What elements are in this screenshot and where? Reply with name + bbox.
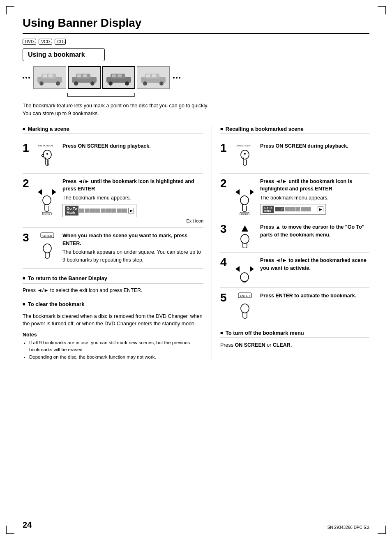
notes-section: Notes If all 9 bookmarks are in use, you… bbox=[23, 332, 203, 361]
clear-text: The bookmark is cleared when a disc is r… bbox=[23, 313, 203, 328]
step-1-bold: Press ON SCREEN during playback. bbox=[62, 143, 151, 149]
svg-rect-22 bbox=[146, 74, 150, 77]
exit-icon-2: ▶ bbox=[318, 206, 323, 212]
return-heading: To return to the Banner Display bbox=[23, 275, 203, 283]
vcd-icon: VCD bbox=[39, 39, 52, 45]
corner-mark-tr bbox=[378, 6, 386, 14]
recalling-heading: Recalling a bookmarked scene bbox=[220, 126, 369, 134]
return-text: Press ◄/► to select the exit icon and pr… bbox=[23, 287, 203, 294]
filmstrip bbox=[23, 66, 369, 89]
svg-point-15 bbox=[125, 81, 129, 86]
svg-point-44 bbox=[241, 234, 249, 243]
step-number-1: 1 bbox=[23, 142, 32, 154]
svg-text:ON SCREEN: ON SCREEN bbox=[38, 144, 53, 147]
svg-marker-27 bbox=[38, 189, 42, 195]
svg-point-3 bbox=[56, 81, 60, 86]
recall-step-5-content: Press ENTER to activate the bookmark. bbox=[260, 292, 369, 300]
page-title: Using Banner Display bbox=[23, 16, 369, 34]
page-number: 24 bbox=[23, 520, 32, 530]
corner-mark-bl bbox=[6, 526, 14, 534]
svg-point-2 bbox=[39, 81, 44, 86]
corner-mark-br bbox=[378, 526, 386, 534]
recall-step-number-3: 3 bbox=[220, 223, 229, 235]
doc-number: SN 29343266 DPC-5.2 bbox=[327, 525, 369, 530]
recall-step-1-bold: Press ON SCREEN during playback. bbox=[260, 143, 348, 149]
on-screen-hand-icon-1: ON SCREEN bbox=[37, 142, 57, 169]
recall-lr-arrows-hand-icon: ENTER bbox=[233, 178, 256, 215]
step-3-content: When you reach the scene you want to mar… bbox=[62, 232, 203, 264]
svg-marker-46 bbox=[250, 266, 254, 272]
step-number-2: 2 bbox=[23, 178, 32, 189]
clear-section: To clear the bookmark The bookmark is cl… bbox=[23, 301, 203, 328]
bm-slots bbox=[79, 209, 127, 213]
recall-step-1-content: Press ON SCREEN during playback. bbox=[260, 142, 369, 150]
marking-step-2: 2 ENTER Pres bbox=[23, 174, 203, 228]
enter-hand-icon: ENTER bbox=[37, 232, 57, 259]
dvd-icon: DVD bbox=[23, 39, 36, 45]
svg-rect-5 bbox=[48, 74, 53, 77]
recall-step-number-1: 1 bbox=[220, 142, 229, 154]
step-2-icon: ENTER bbox=[36, 178, 58, 215]
bookmark-description: The bookmark feature lets you mark a poi… bbox=[23, 102, 212, 118]
svg-point-26 bbox=[46, 153, 48, 155]
svg-point-47 bbox=[240, 273, 249, 282]
bm-check-1: ✓ bbox=[280, 207, 284, 211]
svg-point-34 bbox=[43, 244, 51, 253]
svg-point-14 bbox=[108, 81, 113, 86]
recall-step-number-4: 4 bbox=[220, 257, 229, 268]
svg-marker-39 bbox=[250, 189, 254, 195]
bm-slots-2: ✓ bbox=[275, 207, 311, 211]
svg-marker-45 bbox=[235, 266, 240, 272]
svg-point-9 bbox=[90, 81, 95, 86]
note-item-1: If all 9 bookmarks are in use, you can s… bbox=[29, 339, 203, 354]
recall-enter-hand-icon: ENTER bbox=[235, 292, 255, 319]
bookmark-section-title: Using a bookmark bbox=[23, 48, 105, 61]
svg-point-40 bbox=[240, 196, 249, 205]
recall-step-3-bold: Press ▲ to move the cursor to the "Go To… bbox=[260, 224, 364, 238]
svg-rect-11 bbox=[83, 74, 87, 77]
goto-label-2: Go ToMark bbox=[263, 206, 274, 213]
recall-step-1: 1 ON SCREEN Press ON SCREEN during playb… bbox=[220, 138, 369, 174]
marking-section: Marking a scene 1 ON SCREEN bbox=[23, 126, 212, 361]
recall-step-4-bold: Press ◄/► to select the bookmarked scene… bbox=[260, 257, 367, 271]
svg-point-50 bbox=[241, 304, 249, 313]
exit-icon: ▶ bbox=[128, 208, 134, 213]
recall-step-5-icon: ENTER bbox=[233, 292, 256, 319]
svg-point-21 bbox=[159, 81, 164, 86]
recall-step-5: 5 ENTER Press ENTER to activate the book… bbox=[220, 288, 369, 323]
step-1-content: Press ON SCREEN during playback. bbox=[62, 142, 203, 150]
recall-step-number-2: 2 bbox=[220, 178, 229, 189]
svg-rect-16 bbox=[112, 74, 116, 77]
car-frame-3 bbox=[104, 70, 133, 86]
two-col-layout: Marking a scene 1 ON SCREEN bbox=[23, 126, 369, 361]
recall-step-3-icon bbox=[233, 223, 256, 248]
svg-rect-10 bbox=[77, 74, 81, 77]
turnoff-heading: To turn off the bookmark menu bbox=[220, 330, 369, 338]
arrow-up-hand-icon bbox=[235, 223, 255, 248]
recall-step-4-content: Press ◄/► to select the bookmarked scene… bbox=[260, 257, 369, 272]
disc-icons: DVD VCD CD bbox=[23, 39, 369, 45]
recall-step-2-bold: Press ◄/► until the bookmark icon is hig… bbox=[260, 178, 352, 192]
car-frame-4 bbox=[139, 70, 168, 86]
svg-point-8 bbox=[74, 81, 78, 86]
recall-step-2-content: Press ◄/► until the bookmark icon is hig… bbox=[260, 178, 369, 215]
step-3-bold: When you reach the scene you want to mar… bbox=[62, 233, 187, 246]
recall-step-4: 4 Press ◄/► to select the bookmarked sce… bbox=[220, 253, 369, 288]
recall-step-4-icon bbox=[233, 257, 256, 283]
car-frame-2 bbox=[70, 70, 99, 86]
step-1-icon: ON SCREEN bbox=[36, 142, 58, 169]
step-2-bold: Press ◄/► until the bookmark icon is hig… bbox=[62, 178, 194, 192]
corner-mark-tl bbox=[6, 6, 14, 14]
return-section: To return to the Banner Display Press ◄/… bbox=[23, 275, 203, 294]
step-2-content: Press ◄/► until the bookmark icon is hig… bbox=[62, 178, 203, 223]
recalling-section: Recalling a bookmarked scene 1 ON SCREEN… bbox=[212, 126, 369, 361]
marking-heading: Marking a scene bbox=[23, 126, 203, 134]
lr-arrows-hand-icon: ENTER bbox=[36, 178, 58, 215]
turnoff-section: To turn off the bookmark menu Press ON S… bbox=[220, 330, 369, 349]
goto-label: Go ToMark bbox=[65, 206, 78, 216]
recall-step-3-content: Press ▲ to move the cursor to the "Go To… bbox=[260, 223, 369, 239]
svg-text:ENTER: ENTER bbox=[44, 213, 51, 215]
step-3-icon: ENTER bbox=[36, 232, 58, 259]
note-item-2: Depending on the disc, the bookmark func… bbox=[29, 354, 203, 361]
cd-icon: CD bbox=[55, 39, 65, 45]
